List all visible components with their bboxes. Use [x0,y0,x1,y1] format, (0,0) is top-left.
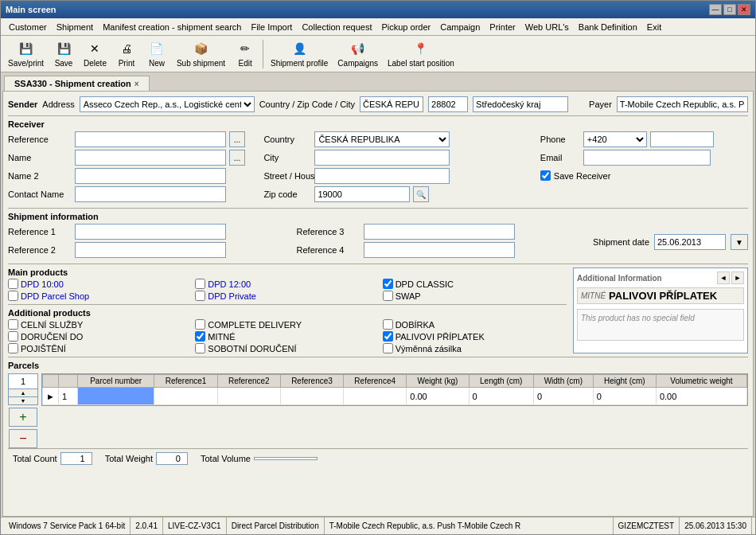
menu-manifest[interactable]: Manifest creation - shipment search [98,21,246,33]
phone-input[interactable] [650,131,714,147]
product-dpd12-checkbox[interactable] [195,279,205,289]
minimize-button[interactable]: — [709,4,722,15]
row-vol-weight[interactable]: 0.00 [656,388,746,405]
parcel-count-spinner: ▲ ▼ [8,373,38,405]
product-dpdprivate-checkbox[interactable] [195,291,205,301]
city-row: City [263,150,533,166]
row-ref2[interactable] [217,388,280,405]
maximize-button[interactable]: □ [723,4,736,15]
spin-up-button[interactable]: ▲ [9,389,37,396]
row-width[interactable]: 0 [533,388,593,405]
menu-campaign[interactable]: Campaign [435,21,485,33]
product-mitne-checkbox[interactable] [195,331,205,342]
product-dpdparcel-checkbox[interactable] [8,291,18,301]
product-vymenna-checkbox[interactable] [383,343,393,353]
shipment-profile-button[interactable]: 👤 Shipment profile [267,38,332,70]
zip-input[interactable] [314,186,410,202]
name2-input[interactable] [75,168,226,184]
print-button[interactable]: 🖨 Print [112,38,141,70]
campaigns-button[interactable]: 📢 Campaigns [333,38,382,70]
receiver-label: Receiver [8,119,45,129]
sender-city-input[interactable] [473,96,568,112]
save-button[interactable]: 💾 Save [49,38,78,70]
name-input[interactable] [75,150,226,166]
label-position-button[interactable]: 📍 Label start position [384,38,458,70]
ref4-input[interactable] [364,242,515,258]
menu-customer[interactable]: Customer [4,21,52,33]
product-dpd10-checkbox[interactable] [8,279,18,289]
close-button[interactable]: ✕ [738,4,750,15]
zip-search-button[interactable]: 🔍 [413,186,429,202]
name-search-button[interactable]: ... [229,150,245,166]
row-length[interactable]: 0 [469,388,533,405]
product-celni-checkbox[interactable] [8,319,18,330]
parcel-count-input[interactable] [9,374,37,389]
row-parcel-num[interactable] [77,388,154,405]
col-weight: Weight (kg) [407,375,469,388]
status-version: 2.0.41 [131,517,163,534]
status-bar: Windows 7 Service Pack 1 64-bit 2.0.41 L… [1,517,755,534]
product-doruceni-checkbox[interactable] [8,331,18,342]
new-button[interactable]: 📄 New [142,38,171,70]
date-picker-button[interactable]: ▼ [731,234,748,250]
address-select[interactable]: Asseco Czech Rep., a.s., Logistické cent… [80,96,255,112]
ref2-row: Reference 2 [8,242,290,258]
street-input[interactable] [314,168,450,184]
payer-input[interactable] [617,96,748,112]
row-ref4[interactable] [344,388,407,405]
menu-weburl[interactable]: Web URL's [520,21,574,33]
status-os: Windows 7 Service Pack 1 64-bit [4,517,131,534]
ref1-input[interactable] [75,224,226,240]
row-ref3[interactable] [280,388,343,405]
product-complete-checkbox[interactable] [195,319,205,330]
product-dobrika-checkbox[interactable] [383,319,393,330]
product-pojisteni-checkbox[interactable] [8,343,18,353]
tab-strip: SSA330 - Shipment creation × [1,72,755,91]
row-ref1[interactable] [154,388,217,405]
product-swap-checkbox[interactable] [383,291,393,301]
save-print-button[interactable]: 💾 Save/print [4,38,48,70]
sender-zip-input[interactable] [428,96,468,112]
country-select[interactable]: ČESKÁ REPUBLIKA [314,131,450,147]
tab-close-icon[interactable]: × [134,80,139,88]
menu-bank[interactable]: Bank Definition [574,21,642,33]
save-receiver-checkbox[interactable] [540,170,551,181]
tab-shipment-creation[interactable]: SSA330 - Shipment creation × [4,76,150,91]
menu-file-import[interactable]: File Import [246,21,297,33]
menu-printer[interactable]: Printer [485,21,520,33]
additional-info-panel: Additional Information ◄ ► MITNÉ PALIVOV… [573,268,748,353]
city-input[interactable] [314,150,450,166]
ref3-input[interactable] [364,224,515,240]
menu-exit[interactable]: Exit [642,21,666,33]
row-weight[interactable]: 0.00 [407,388,469,405]
info-next-button[interactable]: ► [731,271,744,284]
menu-shipment[interactable]: Shipment [52,21,98,33]
product-dpdclassic-checkbox[interactable] [383,279,393,289]
row-height[interactable]: 0 [593,388,656,405]
phone-prefix-select[interactable]: +420 [583,131,647,147]
name2-row: Name 2 [8,168,257,184]
delete-parcel-button[interactable]: − [9,429,37,448]
info-prev-button[interactable]: ◄ [717,271,730,284]
shipment-date-input[interactable] [654,234,726,250]
col-width: Width (cm) [533,375,593,388]
col-length: Length (cm) [469,375,533,388]
title-bar: Main screen — □ ✕ [1,1,755,18]
menu-pickup[interactable]: Pickup order [376,21,435,33]
reference-input[interactable] [75,131,226,147]
contact-input[interactable] [75,186,226,202]
menu-collection[interactable]: Collection request [297,21,376,33]
spin-down-button[interactable]: ▼ [9,396,37,404]
sub-shipment-button[interactable]: 📦 Sub shipment [173,38,229,70]
edit-button[interactable]: ✏ Edit [231,38,259,70]
email-input[interactable] [583,150,711,166]
product-dpd10-label: DPD 10:00 [21,279,64,289]
delete-button[interactable]: ✕ Delete [80,38,111,70]
ref2-input[interactable] [75,242,226,258]
product-palivovi-checkbox[interactable] [383,331,393,342]
add-parcel-button[interactable]: + [9,408,37,427]
ref1-row: Reference 1 [8,224,290,240]
product-sobotni-checkbox[interactable] [195,343,205,353]
reference-search-button[interactable]: ... [229,131,245,147]
sender-country-input[interactable] [360,96,423,112]
